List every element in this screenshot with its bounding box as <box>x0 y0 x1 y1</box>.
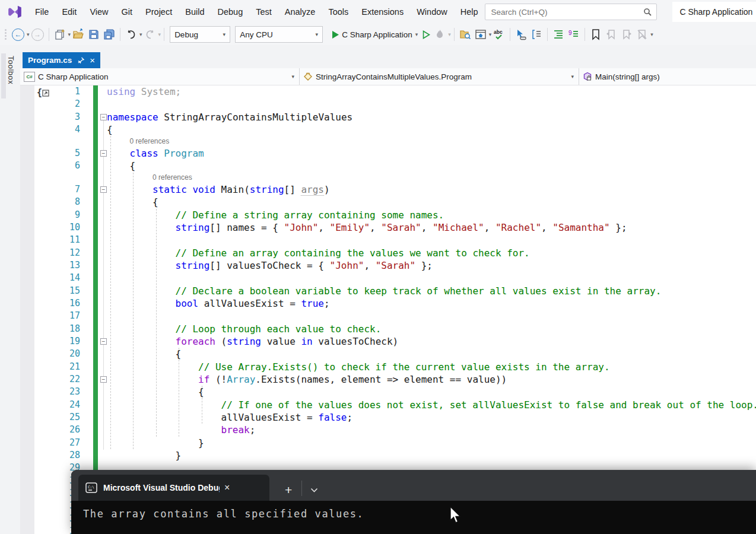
code-line[interactable]: 27} <box>20 437 756 449</box>
pin-icon[interactable] <box>78 57 84 63</box>
code-text[interactable]: // Define a string array containing some… <box>107 209 444 221</box>
code-text[interactable]: { <box>107 348 181 360</box>
fold-toggle[interactable]: − <box>100 338 107 345</box>
open-file-button[interactable] <box>71 26 86 43</box>
code-text[interactable]: { <box>107 160 135 172</box>
code-text[interactable]: // If one of the values does not exist, … <box>107 399 756 411</box>
code-text[interactable]: // Define an array containing the values… <box>107 247 530 259</box>
code-line[interactable]: 11 <box>20 234 756 246</box>
project-dropdown[interactable]: C# C Sharp Application ▾ <box>20 68 300 85</box>
code-line[interactable]: 8{ <box>20 196 756 208</box>
navigate-back-button[interactable]: ← <box>10 26 26 43</box>
bookmarks-dropdown[interactable]: ▾ <box>650 31 653 37</box>
code-line[interactable]: 13string[] valuesToCheck = { "John", "Sa… <box>20 259 756 272</box>
code-text[interactable]: { <box>107 196 158 208</box>
code-text[interactable]: class Program <box>107 147 204 160</box>
menu-build[interactable]: Build <box>179 0 211 24</box>
search-box[interactable] <box>485 4 657 20</box>
fold-toggle[interactable]: − <box>100 114 107 120</box>
tab-program-cs[interactable]: Program.cs × <box>23 52 100 68</box>
code-line[interactable]: 24// If one of the values does not exist… <box>20 399 756 411</box>
spell-check-button[interactable]: abc <box>491 26 507 43</box>
code-text[interactable]: foreach (string value in valuesToCheck) <box>107 335 398 348</box>
code-text[interactable]: } <box>107 449 181 462</box>
code-text[interactable]: bool allValuesExist = true; <box>107 297 330 310</box>
find-in-files-button[interactable] <box>458 26 473 43</box>
code-line[interactable]: 26break; <box>20 424 756 436</box>
code-line[interactable]: 14 <box>20 272 756 284</box>
clear-bookmarks-button[interactable] <box>634 26 650 43</box>
code-text[interactable]: namespace StringArrayContainsMultipleVal… <box>107 111 352 123</box>
terminal-tab[interactable]: C:\ Microsoft Visual Studio Debug Consol… <box>78 475 269 501</box>
code-line[interactable]: 3−namespace StringArrayContainsMultipleV… <box>20 111 756 123</box>
code-text[interactable]: // Loop through each value to check. <box>107 323 381 335</box>
terminal-menu-chevron[interactable] <box>310 488 318 492</box>
selection-mode-button[interactable] <box>513 26 529 43</box>
hot-reload-dropdown[interactable]: ▾ <box>448 31 451 37</box>
code-line[interactable]: 28} <box>20 449 756 462</box>
redo-button[interactable] <box>142 26 158 43</box>
code-line[interactable]: 17 <box>20 310 756 322</box>
menu-view[interactable]: View <box>83 0 115 24</box>
code-text[interactable]: static void Main(string[] args) <box>107 183 330 196</box>
hot-reload-button[interactable] <box>432 26 447 43</box>
code-line[interactable]: 15// Declare a boolean variable to keep … <box>20 285 756 297</box>
code-text[interactable]: string[] names = { "John", "Emily", "Sar… <box>107 221 627 234</box>
code-line[interactable]: 23{ <box>20 386 756 398</box>
prev-bookmark-button[interactable] <box>603 26 619 43</box>
code-line[interactable]: 10string[] names = { "John", "Emily", "S… <box>20 221 756 234</box>
search-input[interactable] <box>490 7 644 17</box>
code-line[interactable]: 2 <box>20 98 756 110</box>
codelens-row[interactable]: 0 references <box>20 136 756 147</box>
member-dropdown[interactable]: Main(string[] args) <box>579 68 756 85</box>
code-rows[interactable]: 1using System;23−namespace StringArrayCo… <box>20 85 756 534</box>
code-text[interactable]: break; <box>107 424 255 436</box>
code-editor[interactable]: { 1using System;23−namespace StringArray… <box>20 85 756 534</box>
code-text[interactable]: if (!Array.Exists(names, element => elem… <box>107 373 507 386</box>
comment-button[interactable]: 9 <box>566 26 582 43</box>
menu-tools[interactable]: Tools <box>322 0 355 24</box>
menu-test[interactable]: Test <box>249 0 278 24</box>
code-line[interactable]: 4{ <box>20 123 756 136</box>
code-text[interactable]: string[] valuesToCheck = { "John", "Sara… <box>107 259 433 272</box>
code-line[interactable]: 16bool allValuesExist = true; <box>20 297 756 310</box>
indent-button[interactable] <box>551 26 566 43</box>
code-line[interactable]: 1using System; <box>20 85 756 98</box>
start-without-debugging-button[interactable] <box>421 26 432 43</box>
undo-button[interactable] <box>123 26 139 43</box>
redo-dropdown[interactable]: ▾ <box>158 31 161 37</box>
save-button[interactable] <box>86 26 101 43</box>
code-line[interactable]: 7−static void Main(string[] args) <box>20 183 756 196</box>
new-project-button[interactable] <box>52 26 68 43</box>
platform-combo[interactable]: Any CPU ▾ <box>235 26 323 43</box>
toolbar-grip[interactable] <box>2 29 10 40</box>
code-line[interactable]: 6{ <box>20 160 756 172</box>
code-line[interactable]: 22−if (!Array.Exists(names, element => e… <box>20 373 756 386</box>
save-all-button[interactable] <box>101 26 117 43</box>
start-debugging-button[interactable]: C Sharp Application ▾ <box>329 30 421 39</box>
fold-toggle[interactable]: − <box>100 376 107 383</box>
next-bookmark-button[interactable] <box>619 26 634 43</box>
code-text[interactable]: { <box>107 123 113 136</box>
close-icon[interactable]: × <box>90 56 95 65</box>
menu-window[interactable]: Window <box>410 0 454 24</box>
code-line[interactable]: 19−foreach (string value in valuesToChec… <box>20 335 756 348</box>
menu-debug[interactable]: Debug <box>211 0 249 24</box>
menu-extensions[interactable]: Extensions <box>355 0 410 24</box>
code-text[interactable]: // Use Array.Exists() to check if the cu… <box>107 361 610 373</box>
menu-project[interactable]: Project <box>139 0 179 24</box>
code-text[interactable]: // Declare a boolean variable to keep tr… <box>107 285 661 297</box>
code-line[interactable]: 5−class Program <box>20 147 756 160</box>
debug-console-window[interactable]: C:\ Microsoft Visual Studio Debug Consol… <box>71 470 756 534</box>
menu-file[interactable]: File <box>28 0 55 24</box>
fold-toggle[interactable]: − <box>100 150 107 157</box>
code-line[interactable]: 18// Loop through each value to check. <box>20 323 756 335</box>
configuration-combo[interactable]: Debug ▾ <box>170 26 230 43</box>
toolbox-tab[interactable]: Toolbox <box>7 56 15 84</box>
toggle-bookmark-button[interactable] <box>588 26 603 43</box>
code-line[interactable]: 25allValuesExist = false; <box>20 411 756 424</box>
code-text[interactable]: using System; <box>107 85 181 98</box>
code-line[interactable]: 21// Use Array.Exists() to check if the … <box>20 361 756 373</box>
menu-edit[interactable]: Edit <box>55 0 83 24</box>
code-line[interactable]: 9// Define a string array containing som… <box>20 209 756 221</box>
